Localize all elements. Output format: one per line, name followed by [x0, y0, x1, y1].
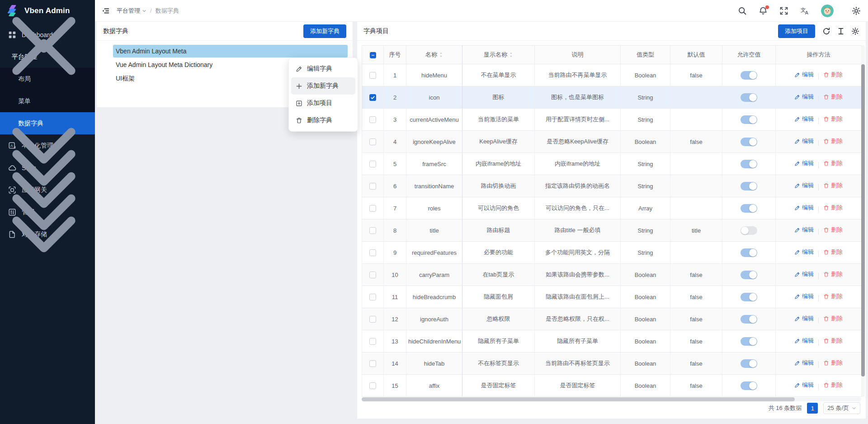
edit-row-link[interactable]: 编辑: [794, 337, 814, 345]
allow-empty-toggle[interactable]: [741, 315, 757, 324]
trash-icon: [823, 72, 829, 78]
select-all-checkbox[interactable]: [370, 52, 376, 58]
bell-icon[interactable]: [759, 6, 768, 15]
delete-row-link[interactable]: 删除: [823, 337, 843, 345]
cell-actions: 编辑删除: [776, 131, 862, 153]
settings-icon[interactable]: [852, 6, 861, 15]
allow-empty-toggle[interactable]: [741, 93, 757, 102]
dictionary-list-item[interactable]: Vben Admin Layout Meta: [113, 45, 348, 57]
vertical-scrollbar-thumb[interactable]: [861, 64, 865, 376]
cell-allow-empty: [722, 375, 776, 397]
column-header-default_value: 默认值: [670, 46, 722, 64]
horizontal-scrollbar-thumb[interactable]: [362, 397, 795, 401]
allow-empty-toggle[interactable]: [741, 293, 757, 301]
edit-row-link[interactable]: 编辑: [794, 71, 814, 79]
pencil-icon: [296, 66, 302, 72]
refresh-icon[interactable]: [822, 27, 830, 35]
row-checkbox[interactable]: [369, 338, 376, 345]
allow-empty-toggle[interactable]: [741, 248, 757, 257]
edit-row-link[interactable]: 编辑: [794, 381, 814, 389]
row-checkbox[interactable]: [369, 360, 376, 367]
row-checkbox[interactable]: [369, 183, 376, 190]
edit-label: 编辑: [802, 248, 814, 256]
row-checkbox[interactable]: [369, 294, 376, 300]
edit-row-link[interactable]: 编辑: [794, 226, 814, 234]
context-menu-item-add-item[interactable]: 添加项目: [291, 95, 355, 112]
edit-row-link[interactable]: 编辑: [794, 115, 814, 123]
page-number-button[interactable]: 1: [807, 403, 818, 414]
row-checkbox[interactable]: [369, 94, 376, 101]
page-size-select[interactable]: 25 条/页: [823, 402, 860, 414]
cell-display-name: 忽略权限: [462, 308, 535, 330]
user-avatar[interactable]: [821, 5, 834, 17]
allow-empty-toggle[interactable]: [741, 271, 757, 279]
column-settings-icon[interactable]: [851, 27, 859, 35]
context-menu-item-delete-dict[interactable]: 删除字典: [291, 112, 355, 129]
fullscreen-icon[interactable]: [779, 6, 788, 15]
row-checkbox[interactable]: [369, 382, 376, 389]
add-item-button[interactable]: 添加项目: [778, 24, 815, 38]
delete-row-link[interactable]: 删除: [823, 359, 843, 367]
allow-empty-toggle[interactable]: [741, 71, 757, 80]
delete-row-link[interactable]: 删除: [823, 314, 843, 323]
allow-empty-toggle[interactable]: [741, 381, 757, 390]
edit-label: 编辑: [802, 159, 814, 167]
delete-row-link[interactable]: 删除: [823, 181, 843, 190]
delete-row-link[interactable]: 删除: [823, 115, 843, 123]
allow-empty-toggle[interactable]: [741, 182, 757, 191]
cell-name: ignoreAuth: [406, 308, 462, 330]
edit-row-link[interactable]: 编辑: [794, 159, 814, 167]
edit-row-link[interactable]: 编辑: [794, 314, 814, 323]
delete-row-link[interactable]: 删除: [823, 226, 843, 234]
sidebar-item-platform[interactable]: 平台管理: [0, 46, 95, 68]
delete-row-link[interactable]: 删除: [823, 137, 843, 145]
row-checkbox[interactable]: [369, 249, 376, 256]
delete-row-link[interactable]: 删除: [823, 159, 843, 167]
allow-empty-toggle[interactable]: [741, 138, 757, 146]
allow-empty-toggle[interactable]: [741, 359, 757, 368]
allow-empty-toggle[interactable]: [741, 337, 757, 346]
delete-row-link[interactable]: 删除: [823, 248, 843, 256]
delete-row-link[interactable]: 删除: [823, 292, 843, 300]
edit-row-link[interactable]: 编辑: [794, 204, 814, 212]
edit-row-link[interactable]: 编辑: [794, 137, 814, 145]
row-height-icon[interactable]: [837, 27, 845, 35]
edit-row-link[interactable]: 编辑: [794, 359, 814, 367]
row-checkbox[interactable]: [369, 205, 376, 212]
sort-caret-icon[interactable]: [509, 52, 513, 58]
language-icon[interactable]: 文A: [800, 6, 809, 15]
edit-row-link[interactable]: 编辑: [794, 248, 814, 256]
context-menu-item-edit-dict[interactable]: 编辑字典: [291, 60, 355, 77]
sidebar-collapse-icon[interactable]: [101, 7, 109, 15]
column-header-allow_empty: 允许空值: [722, 46, 776, 64]
add-dictionary-button[interactable]: 添加新字典: [303, 24, 346, 38]
delete-row-link[interactable]: 删除: [823, 71, 843, 79]
context-menu-item-add-dict[interactable]: 添加新字典: [291, 77, 355, 95]
edit-row-link[interactable]: 编辑: [794, 270, 814, 278]
sidebar-item-storage[interactable]: 对象存储: [0, 223, 95, 245]
row-checkbox[interactable]: [369, 116, 376, 123]
row-checkbox[interactable]: [369, 316, 376, 323]
allow-empty-toggle[interactable]: [741, 226, 757, 235]
sort-caret-icon[interactable]: [439, 52, 443, 58]
search-icon[interactable]: [738, 6, 747, 15]
row-checkbox[interactable]: [369, 138, 376, 145]
row-checkbox[interactable]: [369, 272, 376, 278]
edit-row-link[interactable]: 编辑: [794, 292, 814, 300]
edit-row-link[interactable]: 编辑: [794, 181, 814, 190]
allow-empty-toggle[interactable]: [741, 115, 757, 124]
allow-empty-toggle[interactable]: [741, 204, 757, 213]
delete-row-link[interactable]: 删除: [823, 270, 843, 278]
allow-empty-toggle[interactable]: [741, 160, 757, 168]
delete-row-link[interactable]: 删除: [823, 204, 843, 212]
trash-icon: [823, 227, 829, 233]
column-header-select: [362, 46, 384, 64]
row-checkbox[interactable]: [369, 72, 376, 79]
edit-row-link[interactable]: 编辑: [794, 93, 814, 101]
breadcrumb-item-platform[interactable]: 平台管理: [117, 7, 146, 15]
row-checkbox[interactable]: [369, 161, 376, 167]
row-checkbox[interactable]: [369, 227, 376, 234]
delete-row-link[interactable]: 删除: [823, 381, 843, 389]
toggle-knob: [749, 205, 757, 212]
delete-row-link[interactable]: 删除: [823, 93, 843, 101]
